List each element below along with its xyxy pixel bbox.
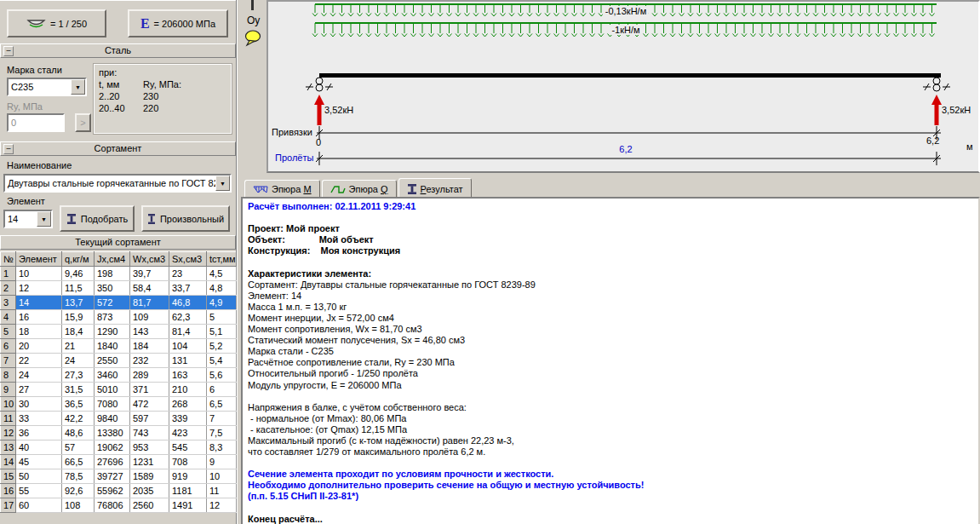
table-cell[interactable]: 66,5	[62, 455, 95, 469]
table-cell[interactable]: 472	[130, 397, 169, 412]
collapse-steel-button[interactable]: –	[3, 46, 14, 56]
deflection-limit-button[interactable]: = 1 / 250	[7, 9, 106, 37]
pick-section-button[interactable]: Подобрать	[60, 205, 135, 232]
table-cell[interactable]: 5,1	[207, 325, 237, 339]
table-cell[interactable]: 14	[16, 296, 62, 310]
table-cell[interactable]: 1840	[95, 339, 130, 354]
row-number-cell[interactable]: 12	[1, 426, 16, 441]
table-row[interactable]: 165592,6559622035118111	[1, 484, 237, 498]
table-cell[interactable]: 36,5	[62, 397, 95, 412]
table-cell[interactable]: 6,5	[207, 397, 237, 412]
row-number-cell[interactable]: 1	[1, 267, 16, 281]
table-header-cell[interactable]: Jx,см4	[95, 252, 130, 267]
table-cell[interactable]: 1181	[169, 484, 207, 498]
table-header-cell[interactable]: Элемент	[16, 252, 62, 267]
table-cell[interactable]: 5,4	[207, 354, 237, 368]
table-row[interactable]: 21211,535058,433,74,8	[1, 281, 237, 296]
table-cell[interactable]: 42,2	[62, 412, 95, 426]
table-row[interactable]: 134057190629535458,3	[1, 441, 237, 455]
table-cell[interactable]: 5	[207, 310, 237, 325]
table-row[interactable]: 82427,334602891635,6	[1, 368, 237, 383]
spans-label[interactable]: Пролёты	[275, 153, 313, 163]
table-cell[interactable]: 33,7	[169, 281, 207, 296]
row-number-cell[interactable]: 15	[1, 469, 16, 484]
table-cell[interactable]: 5,6	[207, 368, 237, 383]
row-number-cell[interactable]: 3	[1, 296, 16, 310]
table-cell[interactable]: 143	[130, 325, 169, 339]
table-cell[interactable]: 210	[169, 383, 207, 397]
chevron-down-icon[interactable]: ▼	[71, 79, 85, 95]
table-cell[interactable]: 3460	[95, 368, 130, 383]
table-cell[interactable]: 163	[169, 368, 207, 383]
arbitrary-section-button[interactable]: Произвольный	[141, 205, 230, 232]
row-number-cell[interactable]: 5	[1, 325, 16, 339]
table-row[interactable]: 51818,4129014381,45,1	[1, 325, 237, 339]
table-cell[interactable]: 198	[95, 267, 130, 281]
table-cell[interactable]: 7	[207, 412, 237, 426]
row-number-cell[interactable]: 16	[1, 484, 16, 498]
table-cell[interactable]: 4,8	[207, 281, 237, 296]
table-cell[interactable]: 104	[169, 339, 207, 354]
table-cell[interactable]: 21	[62, 339, 95, 354]
table-cell[interactable]: 45	[16, 455, 62, 469]
table-row[interactable]: 31413,757281,746,84,9	[1, 296, 237, 310]
table-cell[interactable]: 18,4	[62, 325, 95, 339]
table-cell[interactable]: 1491	[169, 498, 207, 513]
table-cell[interactable]: 339	[169, 412, 207, 426]
table-cell[interactable]: 58,4	[130, 281, 169, 296]
table-cell[interactable]: 18	[16, 325, 62, 339]
table-cell[interactable]: 39,7	[130, 267, 169, 281]
table-row[interactable]: 92731,550103712106	[1, 383, 237, 397]
table-cell[interactable]: 2550	[95, 354, 130, 368]
table-cell[interactable]: 48,6	[62, 426, 95, 441]
ry-input[interactable]: 0	[7, 113, 65, 132]
table-cell[interactable]: 708	[169, 455, 207, 469]
table-cell[interactable]: 131	[169, 354, 207, 368]
row-number-cell[interactable]: 4	[1, 310, 16, 325]
table-cell[interactable]: 873	[95, 310, 130, 325]
table-cell[interactable]: 10	[16, 267, 62, 281]
table-cell[interactable]: 11	[207, 484, 237, 498]
table-cell[interactable]: 60	[16, 498, 62, 513]
table-cell[interactable]: 2035	[130, 484, 169, 498]
table-cell[interactable]: 371	[130, 383, 169, 397]
table-cell[interactable]: 9840	[95, 412, 130, 426]
table-cell[interactable]: 76806	[95, 498, 130, 513]
table-cell[interactable]: 4,9	[207, 296, 237, 310]
table-cell[interactable]: 20	[16, 339, 62, 354]
table-cell[interactable]: 423	[169, 426, 207, 441]
table-cell[interactable]: 46,8	[169, 296, 207, 310]
table-cell[interactable]: 81,7	[130, 296, 169, 310]
row-number-cell[interactable]: 9	[1, 383, 16, 397]
table-cell[interactable]: 12	[207, 498, 237, 513]
table-row[interactable]: 144566,52769612317089	[1, 455, 237, 469]
steel-grade-combobox[interactable]: С235 ▼	[7, 78, 87, 96]
beam-element[interactable]	[319, 73, 941, 78]
table-cell[interactable]: 50	[16, 469, 62, 484]
table-cell[interactable]: 350	[95, 281, 130, 296]
table-row[interactable]: 113342,298405973397	[1, 412, 237, 426]
table-cell[interactable]: 743	[130, 426, 169, 441]
table-cell[interactable]: 24	[62, 354, 95, 368]
row-number-cell[interactable]: 13	[1, 441, 16, 455]
row-number-cell[interactable]: 7	[1, 354, 16, 368]
table-cell[interactable]: 10	[207, 469, 237, 484]
table-header-cell[interactable]: №	[1, 252, 16, 267]
bindings-label[interactable]: Привязки	[272, 127, 312, 137]
table-cell[interactable]: 81,4	[169, 325, 207, 339]
row-number-cell[interactable]: 11	[1, 412, 16, 426]
table-cell[interactable]: 19062	[95, 441, 130, 455]
table-cell[interactable]: 597	[130, 412, 169, 426]
table-cell[interactable]: 109	[130, 310, 169, 325]
table-cell[interactable]: 31,5	[62, 383, 95, 397]
table-cell[interactable]: 40	[16, 441, 62, 455]
table-row[interactable]: 103036,570804722686,5	[1, 397, 237, 412]
table-cell[interactable]: 108	[62, 498, 95, 513]
table-cell[interactable]: 22	[16, 354, 62, 368]
table-header-cell[interactable]: Sx,см3	[169, 252, 207, 267]
element-combobox[interactable]: 14 ▼	[3, 210, 53, 228]
table-cell[interactable]: 62,3	[169, 310, 207, 325]
table-cell[interactable]: 78,5	[62, 469, 95, 484]
table-cell[interactable]: 5,2	[207, 339, 237, 354]
table-cell[interactable]: 7,5	[207, 426, 237, 441]
